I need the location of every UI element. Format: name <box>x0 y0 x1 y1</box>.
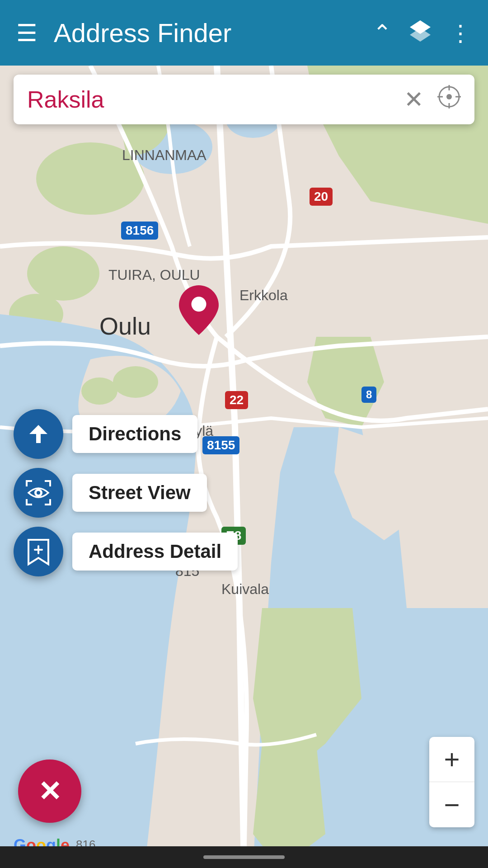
svg-rect-21 <box>49 480 51 486</box>
zoom-controls: + − <box>429 737 474 827</box>
more-icon[interactable]: ⋮ <box>449 20 472 46</box>
zoom-out-button[interactable]: − <box>429 782 474 827</box>
svg-point-27 <box>37 491 40 495</box>
search-bar: Raksila ✕ <box>14 75 474 124</box>
svg-marker-1 <box>410 28 431 42</box>
svg-point-17 <box>192 297 206 311</box>
directions-label[interactable]: Directions <box>72 415 197 453</box>
svg-point-3 <box>446 94 452 99</box>
svg-point-16 <box>81 377 117 405</box>
directions-button[interactable] <box>14 409 63 459</box>
address-detail-label[interactable]: Address Detail <box>72 533 238 571</box>
bottom-navigation-bar <box>0 846 488 868</box>
app-header: ☰ Address Finder ⌃ ⋮ <box>0 0 488 66</box>
svg-rect-25 <box>49 499 51 505</box>
location-target-icon[interactable] <box>437 85 461 114</box>
layers-icon[interactable] <box>408 18 433 48</box>
location-pin[interactable] <box>178 285 219 337</box>
map-container[interactable]: LINNANMAA TUIRA, OULU Oulu Erkkola Mänty… <box>0 66 488 868</box>
address-detail-button[interactable] <box>14 527 63 576</box>
header-actions: ⌃ ⋮ <box>373 18 472 48</box>
app-title: Address Finder <box>54 18 373 48</box>
svg-point-15 <box>113 366 158 398</box>
svg-rect-23 <box>26 499 28 505</box>
address-detail-group: Address Detail <box>14 527 238 576</box>
svg-point-13 <box>27 246 99 301</box>
search-input[interactable]: Raksila <box>27 86 404 113</box>
directions-group: Directions <box>14 409 197 459</box>
home-indicator <box>203 855 285 859</box>
zoom-in-button[interactable]: + <box>429 737 474 782</box>
svg-rect-19 <box>26 480 28 486</box>
street-view-group: Street View <box>14 468 207 518</box>
cancel-icon: ✕ <box>38 775 61 808</box>
collapse-icon[interactable]: ⌃ <box>373 20 392 46</box>
search-actions: ✕ <box>404 85 461 114</box>
clear-search-icon[interactable]: ✕ <box>404 86 424 113</box>
street-view-button[interactable] <box>14 468 63 518</box>
menu-icon[interactable]: ☰ <box>16 21 38 45</box>
street-view-label[interactable]: Street View <box>72 474 207 512</box>
cancel-button[interactable]: ✕ <box>18 760 81 823</box>
